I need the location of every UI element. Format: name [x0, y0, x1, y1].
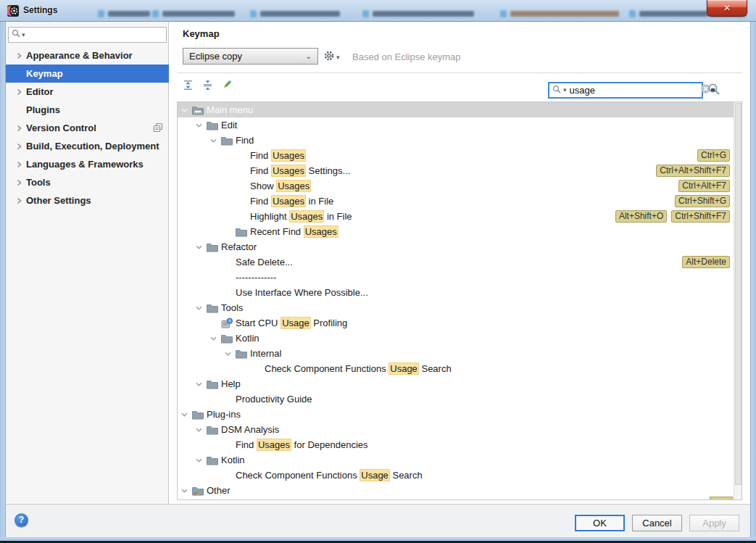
divider — [177, 72, 742, 73]
find-by-shortcut-icon — [707, 87, 721, 99]
keymap-scheme-value: Eclipse copy — [189, 51, 306, 62]
sidebar-search-box[interactable]: ▾ — [8, 27, 167, 43]
background-tab — [362, 9, 474, 19]
folder-icon — [236, 348, 250, 359]
chevron-down-icon[interactable] — [180, 487, 192, 494]
sidebar-item-label: Plugins — [26, 104, 60, 115]
ok-button[interactable]: OK — [575, 515, 625, 531]
edit-shortcut-button[interactable] — [220, 80, 233, 93]
tree-row-use-interface-where-possible[interactable]: Use Interface Where Possible... — [178, 285, 734, 300]
chevron-right-icon[interactable] — [16, 88, 26, 96]
sidebar-item-tools[interactable]: Tools — [6, 173, 169, 191]
find-actions-by-shortcut-button[interactable] — [707, 83, 721, 100]
sidebar-item-other-settings[interactable]: Other Settings — [6, 191, 169, 210]
shortcut-chip: Alt+Shift+O — [615, 210, 667, 223]
tree-row-plug-ins[interactable]: Plug-ins — [178, 407, 734, 422]
search-history-chevron-icon[interactable]: ▾ — [563, 87, 567, 94]
title-bar[interactable]: Settings ✕ — [0, 0, 756, 22]
keymap-tree: Main menuEditFindFind UsagesCtrl+GFind U… — [177, 101, 742, 500]
chevron-down-icon[interactable] — [195, 304, 207, 312]
chevron-right-icon[interactable] — [16, 197, 26, 204]
tree-row-[interactable]: ------------- — [178, 270, 734, 285]
sidebar-search-input[interactable] — [26, 29, 163, 41]
tree-row-label: Productivity Guide — [236, 394, 312, 405]
chevron-down-icon[interactable] — [195, 426, 207, 434]
tree-row-find[interactable]: Find — [178, 133, 734, 148]
chevron-down-icon[interactable] — [180, 107, 192, 114]
tree-row-safe-delete[interactable]: Safe Delete...Alt+Delete — [178, 254, 734, 270]
tree-row-label: Use Interface Where Possible... — [236, 287, 368, 298]
settings-sidebar: ▾ Appearance & BehaviorKeymapEditorPlugi… — [6, 22, 169, 504]
tree-row-label: Find — [236, 135, 254, 146]
tree-row-main-menu[interactable]: Main menu — [178, 102, 734, 117]
tree-row-edit[interactable]: Edit — [178, 117, 734, 133]
sidebar-item-version-control[interactable]: Version Control — [6, 119, 169, 137]
sidebar-item-languages-frameworks[interactable]: Languages & Frameworks — [6, 155, 169, 173]
chevron-down-icon[interactable] — [195, 457, 207, 464]
expand-all-button[interactable] — [181, 80, 194, 93]
chevron-down-icon[interactable] — [195, 244, 207, 251]
tree-row-label: DSM Analysis — [221, 424, 279, 435]
tree-row-kotlin[interactable]: Kotlin — [178, 331, 734, 346]
sidebar-item-appearance-behavior[interactable]: Appearance & Behavior — [6, 46, 169, 65]
tree-row-start-cpu-usage-profiling[interactable]: Start CPU Usage Profiling — [178, 315, 734, 331]
chevron-down-icon[interactable] — [209, 335, 221, 342]
tree-row-find-usages-in-file[interactable]: Find Usages in FileCtrl+Shift+G — [178, 194, 734, 209]
tree-row-help[interactable]: Help — [178, 376, 734, 391]
keymap-search-input[interactable] — [568, 84, 699, 96]
intellij-settings-app-icon — [7, 5, 19, 17]
background-tab — [152, 9, 235, 19]
collapse-all-button[interactable] — [201, 80, 214, 93]
cancel-button[interactable]: Cancel — [632, 515, 682, 531]
chevron-down-icon[interactable] — [195, 381, 207, 388]
tree-row-check-component-functions-usage-search[interactable]: Check Component Functions Usage Search — [178, 468, 734, 483]
shortcut-chip: Alt+Delete — [682, 256, 730, 268]
sidebar-item-build-execution-deployment[interactable]: Build, Execution, Deployment — [6, 137, 169, 155]
tree-row-check-component-functions-usage-search[interactable]: Check Component Functions Usage Search — [178, 361, 734, 376]
search-history-chevron-icon[interactable]: ▾ — [22, 32, 25, 38]
tree-row-find-usages[interactable]: Find UsagesCtrl+G — [178, 148, 734, 163]
duplicate-icon[interactable] — [153, 123, 163, 136]
chevron-right-icon[interactable] — [16, 52, 26, 59]
chevron-down-icon[interactable] — [209, 137, 221, 144]
window-frame-right — [750, 22, 756, 537]
tree-row-dsm-analysis[interactable]: DSM Analysis — [178, 422, 734, 437]
chevron-right-icon[interactable] — [16, 161, 26, 168]
chevron-right-icon[interactable] — [16, 125, 26, 132]
search-match-highlight: Usages — [257, 439, 291, 451]
chevron-right-icon[interactable] — [16, 179, 26, 186]
chevron-right-icon[interactable] — [16, 143, 26, 150]
sidebar-item-plugins[interactable]: Plugins — [6, 101, 169, 119]
chevron-down-icon[interactable] — [180, 411, 192, 418]
tree-row-highlight-usages-in-file[interactable]: Highlight Usages in FileAlt+Shift+OCtrl+… — [178, 209, 734, 224]
sidebar-item-editor[interactable]: Editor — [6, 83, 169, 101]
scheme-actions-button[interactable]: ▾ — [323, 50, 340, 65]
tree-row-tools[interactable]: Tools — [178, 300, 734, 315]
keymap-search-box[interactable]: ▾ — [548, 82, 703, 99]
tree-scrollbar-thumb[interactable] — [735, 103, 742, 485]
window-frame-left — [0, 22, 6, 537]
tree-row-find-usages-for-dependencies[interactable]: Find Usages for Dependencies — [178, 437, 734, 452]
keymap-scheme-select[interactable]: Eclipse copy ⌄ — [183, 48, 318, 65]
help-button[interactable]: ? — [14, 513, 28, 527]
tree-row-show-usages[interactable]: Show UsagesCtrl+Alt+F7 — [178, 178, 734, 194]
tree-row-internal[interactable]: Internal — [178, 346, 734, 361]
tree-row-find-usages-settings[interactable]: Find Usages Settings...Ctrl+Alt+Shift+F7 — [178, 163, 734, 178]
tree-row-other[interactable]: Other — [178, 483, 734, 498]
tree-row-productivity-guide[interactable]: Productivity Guide — [178, 391, 734, 407]
chevron-down-icon: ⌄ — [306, 52, 312, 60]
chevron-down-icon[interactable] — [224, 350, 236, 357]
based-on-label: Based on Eclipse keymap — [352, 51, 461, 62]
sidebar-item-keymap[interactable]: Keymap — [6, 65, 169, 83]
tree-row-refactor[interactable]: Refactor — [178, 239, 734, 254]
shortcut-chip: Ctrl+Shift+G — [675, 195, 730, 207]
tree-row-kotlin[interactable]: Kotlin — [178, 452, 734, 468]
tree-scrollbar[interactable] — [734, 102, 742, 500]
search-icon — [552, 84, 562, 97]
tree-row-recent-find-usages[interactable]: Recent Find Usages — [178, 224, 734, 239]
other-folder-icon — [192, 485, 207, 496]
close-button[interactable]: ✕ — [707, 0, 747, 17]
settings-window: Settings ✕ ▾ Appearance & BehaviorKey — [0, 0, 756, 543]
chevron-down-icon[interactable] — [195, 122, 207, 129]
apply-button[interactable]: Apply — [689, 515, 739, 531]
